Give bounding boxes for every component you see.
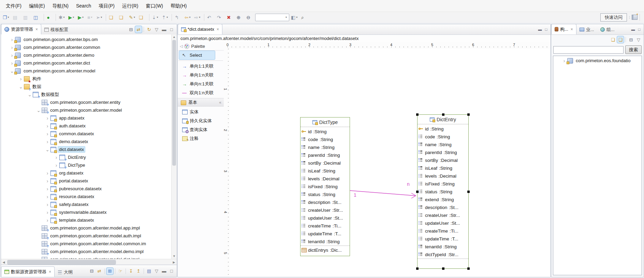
toolbar-button[interactable] [149,14,149,21]
expander-icon[interactable]: › [45,210,50,215]
menu-item[interactable]: 运行(R) [118,0,142,12]
toolbar-button[interactable] [56,14,56,21]
close-icon[interactable]: × [49,269,51,274]
entity-dictentry[interactable]: DictEntry id:Stringcode:Stringname:Strin… [417,114,469,269]
expander-icon[interactable]: ⌄ [27,92,32,97]
selection-handle[interactable] [467,267,470,270]
menu-item[interactable]: 项目(P) [95,0,118,12]
expander-icon[interactable]: › [54,155,59,160]
tree-item[interactable]: ›pubresource.datasetx [1,185,177,193]
expander-icon[interactable]: › [9,53,15,58]
stop[interactable]: ■▾ [86,13,94,22]
tab-organization[interactable]: 组...× [597,25,618,34]
quick-access-box[interactable]: 快速访问 [600,13,627,22]
next-annotation[interactable]: ⇣▾ [151,13,160,22]
palette-group-basic[interactable]: 基本 [178,98,224,107]
tree-item[interactable]: com.primeton.gocom.afcenter.entity [1,98,177,106]
zoom-out[interactable]: ⊖ [245,13,254,22]
tree-item[interactable]: ›DictType [1,161,177,169]
expander-icon[interactable]: › [45,194,50,199]
createTime[interactable]: createTime:Ti... [418,227,468,235]
expander-icon[interactable]: › [561,58,567,64]
tree-item[interactable]: ›com.primeton.gocom.afcenter.dict [1,59,177,67]
expander-icon[interactable]: › [45,115,50,121]
isFixed[interactable]: isFixed:String [301,183,350,191]
maximize[interactable]: □ [168,268,175,275]
palette-rel-one-to-many[interactable]: 单向1:n关联 [179,71,222,79]
tree-item[interactable]: com.primeton.gocom.afcenter.model.app.im… [1,224,177,232]
scrollbar-thumb[interactable] [172,40,176,166]
tree-item[interactable]: ›com.primeton.gocom.afcenter.bps.om [1,36,177,43]
tab-business[interactable]: 业...× [576,25,597,34]
show-recent-resources[interactable]: ❏ [617,36,624,43]
tab-resource-explorer[interactable]: 资源管理器× [1,24,41,34]
tree-item[interactable]: ›org.datasetx [1,169,177,177]
scroll-up-icon[interactable]: ▲ [172,34,177,40]
tree-item[interactable]: ›template.datasetx [1,216,177,224]
selection-handle[interactable] [467,191,470,193]
view-menu[interactable]: ▽ [635,36,642,43]
editor-tab-dict-datasetx[interactable]: *dict.datasetx × [178,24,222,34]
save-config[interactable]: ▤ [146,268,152,275]
relation-line[interactable] [230,49,550,277]
open-resource[interactable]: ❏ [108,13,117,22]
expander-icon[interactable]: › [45,186,50,192]
show-component-library[interactable]: ❏ [610,36,616,43]
palette-persistent-entity[interactable]: 持久化实体 [179,116,222,125]
dictEntrys[interactable]: dictEntrys:Dic... [301,246,350,254]
palette-query-entity[interactable]: 查询实体 [179,125,222,134]
expander-icon[interactable]: ⌄ [9,68,15,74]
search-occurrences[interactable]: ✎▾ [128,13,137,22]
tree-mode[interactable]: ⊞ [106,268,113,275]
minimize-icon[interactable]: ▬ [537,27,543,31]
tenantId[interactable]: tenantId:String [301,238,350,246]
open-task[interactable]: ❏ [138,13,147,22]
status[interactable]: status:String [301,191,350,198]
selection-handle[interactable] [416,267,419,270]
isLeaf[interactable]: isLeaf:String [418,164,468,172]
save-all[interactable]: ▥ [22,13,32,22]
selection-handle[interactable] [467,113,470,116]
status[interactable]: status:String [418,188,468,196]
export-config[interactable]: ↥ [135,268,142,275]
tree-item[interactable]: ›portal.datasetx [1,177,177,185]
tree-item[interactable]: ›com.primeton.gocom.afcenter.demo [1,51,177,59]
expander-icon[interactable]: › [18,76,24,82]
code[interactable]: code:String [301,136,350,143]
tenantId[interactable]: tenantId:String [418,243,468,251]
refresh[interactable]: ↻ [146,26,152,33]
selection-handle[interactable] [442,113,444,116]
description[interactable]: description:St... [418,204,468,211]
sortBy[interactable]: sortBy:Decimal [301,159,350,167]
collapse-all[interactable]: ⊟ [88,268,95,275]
isFixed[interactable]: isFixed:String [418,180,468,188]
tree-item[interactable]: ›DictEntry [1,153,177,161]
tree-item[interactable]: com.primeton.gocom.afcenter.model.demo.i… [1,248,177,255]
back[interactable]: ⇦▾ [184,13,193,22]
toolbar-button[interactable] [106,14,106,21]
minimize[interactable]: ▬ [161,268,167,275]
find[interactable]: ⌕ [300,13,308,22]
open-type[interactable]: ❏ [118,13,128,22]
run-external[interactable]: ➢▾ [95,13,104,22]
undo[interactable]: ↶ [206,13,215,22]
expander-icon[interactable]: › [45,170,50,176]
expander-icon[interactable]: › [45,202,50,207]
createUser[interactable]: createUser:Str... [418,211,468,219]
minimize[interactable]: ▬ [161,26,167,33]
tree-item[interactable]: ›demo.datasetx [1,138,177,145]
levels[interactable]: levels:Decimal [301,175,350,183]
import-config[interactable]: ↧ [128,268,134,275]
close-icon[interactable]: × [571,27,573,32]
description[interactable]: description:St... [301,198,350,206]
expander-icon[interactable]: › [45,139,50,144]
expander-icon[interactable]: › [45,218,50,223]
selection-handle[interactable] [442,267,444,270]
createUser[interactable]: createUser:Str... [301,206,350,214]
redo[interactable]: ↷ [216,13,225,22]
selection-handle[interactable] [416,113,419,116]
open-perspective-icon[interactable] [632,15,638,20]
tree-item[interactable]: ⌄com.primeton.gocom.afcenter.model [1,67,177,75]
tree-item[interactable]: ›app.datasetx [1,114,177,122]
name[interactable]: name:String [418,141,468,149]
